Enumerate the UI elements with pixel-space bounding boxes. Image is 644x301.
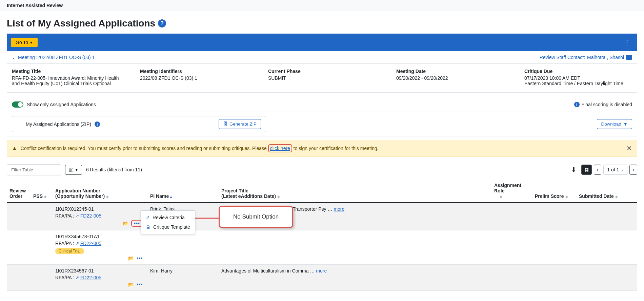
rfa-label: RFA/PA : bbox=[55, 241, 74, 246]
zip-info-icon[interactable]: i bbox=[95, 121, 100, 127]
meta-label: Meeting Date bbox=[396, 69, 504, 74]
col-submitted-date[interactable]: Submitted Date◆ bbox=[576, 179, 637, 203]
opportunity-link[interactable]: FD22-005 bbox=[80, 275, 101, 280]
alert-text: Conflict certification is required. You … bbox=[21, 146, 379, 151]
meta-value: 07/17/2023 10:00 AM EDT bbox=[524, 75, 632, 81]
col-pss[interactable]: PSS◆ bbox=[31, 179, 53, 203]
clinical-trial-badge: Clinical Trial bbox=[55, 248, 84, 254]
zip-label-text: My Assigned Applications (ZIP) bbox=[26, 121, 91, 127]
more-link[interactable]: more bbox=[316, 268, 327, 274]
row-actions-icon[interactable]: ••• bbox=[137, 282, 143, 287]
meeting-collapse-toggle[interactable]: ⌄ Meeting :2022/08 ZFD1 OC-S (03) 1 bbox=[12, 55, 95, 60]
critique-template-label: Critique Template bbox=[153, 224, 190, 230]
review-criteria-item[interactable]: ↗ Review Criteria bbox=[141, 213, 195, 222]
generate-zip-button[interactable]: 🗄 Generate ZIP bbox=[219, 119, 261, 129]
project-title-cell: Advantages of Multiculturalism in Comma … bbox=[219, 265, 491, 291]
page-indicator[interactable]: 1 of 1 ⌄ bbox=[603, 165, 627, 175]
table-row: 1I01RX345678-01A1 RFA/PA : ↗ FD22-005 Cl… bbox=[7, 230, 637, 265]
col-app-number[interactable]: Application Number (Opportunity Number)◆ bbox=[53, 179, 147, 203]
assigned-only-toggle[interactable] bbox=[12, 101, 23, 108]
next-page-button[interactable]: › bbox=[629, 165, 637, 175]
col-assignment-role[interactable]: Assignment Role ◆◆ bbox=[491, 179, 532, 203]
close-icon[interactable]: ✕ bbox=[626, 144, 632, 152]
column-picker-button[interactable]: ▯▯ ▼ bbox=[65, 165, 82, 175]
more-actions-icon[interactable]: ⋮ bbox=[621, 37, 633, 48]
app-title: Internet Assisted Review bbox=[7, 3, 63, 8]
critique-template-item[interactable]: 🗎 Critique Template bbox=[141, 222, 195, 232]
meeting-panel: ⌄ Meeting :2022/08 ZFD1 OC-S (03) 1 Revi… bbox=[7, 51, 637, 93]
opportunity-link[interactable]: FD22-005 bbox=[80, 241, 101, 246]
help-icon[interactable]: ? bbox=[158, 19, 166, 27]
chevron-down-icon: ⌄ bbox=[12, 55, 15, 60]
contact-name: Malhotra , Shashi bbox=[587, 55, 624, 60]
folder-icon[interactable]: 📂 bbox=[128, 282, 134, 287]
go-to-label: Go To bbox=[16, 40, 28, 45]
callout-text: No Submit Option bbox=[233, 213, 279, 220]
meta-value: 09/20/2022 - 09/20/2022 bbox=[396, 75, 504, 81]
meta-label: Current Phase bbox=[268, 69, 376, 74]
download-label: Download bbox=[601, 121, 621, 127]
page-text: 1 of 1 bbox=[607, 167, 619, 172]
folder-icon[interactable]: 📂 bbox=[123, 221, 128, 226]
filter-input[interactable] bbox=[7, 164, 61, 175]
rfa-label: RFA/PA : bbox=[55, 213, 74, 219]
caret-down-icon: ▼ bbox=[75, 168, 78, 172]
table-row: 1I01RX234567-01 RFA/PA : ↗ FD22-005 📂 ••… bbox=[7, 265, 637, 291]
contact-card-icon bbox=[626, 55, 632, 60]
archive-icon: 🗄 bbox=[223, 121, 227, 127]
table-row: 1I01RX012345-01 RFA/PA : ↗ FD22-005 📂 ••… bbox=[7, 203, 637, 230]
scoring-status: Final scoring is disabled bbox=[582, 102, 632, 107]
meta-label: Meeting Identifiers bbox=[140, 69, 248, 74]
application-number: 1I01RX234567-01 bbox=[55, 268, 145, 274]
go-to-button[interactable]: Go To ▼ bbox=[11, 38, 38, 47]
application-number: 1I01RX345678-01A1 bbox=[55, 234, 145, 239]
document-icon: 🗎 bbox=[146, 224, 150, 230]
external-link-icon: ↗ bbox=[146, 215, 150, 220]
download-table-icon[interactable]: ⬇ bbox=[568, 164, 579, 176]
alert-pre: Conflict certification is required. You … bbox=[21, 146, 268, 151]
review-staff-contact[interactable]: Review Staff Contact: Malhotra , Shashi bbox=[540, 55, 632, 60]
external-link-icon: ↗ bbox=[76, 241, 79, 246]
pi-name-cell bbox=[147, 230, 219, 265]
meeting-header-text: Meeting :2022/08 ZFD1 OC-S (03) 1 bbox=[18, 55, 95, 60]
meta-label: Meeting Title bbox=[12, 69, 120, 74]
toggle-label: Show only Assigned Applications bbox=[27, 102, 96, 107]
col-prelim-score[interactable]: Prelim Score◆ bbox=[532, 179, 576, 203]
meeting-meta-col: Meeting Identifiers 2022/08 ZFD1 OC-S (0… bbox=[140, 69, 248, 86]
project-title-cell bbox=[219, 230, 491, 265]
folder-icon[interactable]: 📂 bbox=[128, 256, 134, 261]
columns-icon: ▯▯ bbox=[69, 167, 74, 172]
meta-value: RFA-FD-22-005- Innovation Award: Minorit… bbox=[12, 75, 120, 86]
caret-down-icon: ▼ bbox=[29, 41, 33, 44]
row-actions-icon[interactable]: ••• bbox=[137, 256, 143, 261]
conflict-alert: ▲ Conflict certification is required. Yo… bbox=[7, 140, 637, 157]
page-title: List of My Assigned Applications bbox=[7, 18, 155, 29]
certify-link[interactable]: click here bbox=[268, 144, 292, 152]
col-pi-name[interactable]: PI Name▴ bbox=[147, 179, 219, 203]
col-project-title[interactable]: Project Title (Latest eAdditions Date)◆ bbox=[219, 179, 491, 203]
generate-zip-label: Generate ZIP bbox=[229, 121, 257, 127]
caret-down-icon: ⌄ bbox=[621, 168, 624, 172]
download-button[interactable]: Download ▼ bbox=[597, 119, 632, 129]
grid-view-icon[interactable]: ▦ bbox=[581, 165, 592, 175]
meeting-meta-col: Meeting Title RFA-FD-22-005- Innovation … bbox=[12, 69, 120, 86]
title-ellipsis: … bbox=[327, 206, 332, 212]
meta-label: Critique Due bbox=[524, 69, 632, 74]
col-review-order[interactable]: Review Order bbox=[7, 179, 31, 203]
meta-value: 2022/08 ZFD1 OC-S (03) 1 bbox=[140, 75, 248, 81]
application-number: 1I01RX012345-01 bbox=[55, 206, 145, 212]
opportunity-link[interactable]: FD22-005 bbox=[80, 213, 101, 219]
row-actions-popup: ↗ Review Criteria 🗎 Critique Template bbox=[141, 210, 195, 234]
alert-post: to sign your certification for this meet… bbox=[292, 146, 378, 151]
pi-name-cell: Kim, Harry bbox=[147, 265, 219, 291]
title-ellipsis: … bbox=[310, 268, 315, 274]
meeting-meta-col: Critique Due 07/17/2023 10:00 AM EDT Eas… bbox=[524, 69, 632, 86]
no-submit-callout: No Submit Option bbox=[219, 206, 293, 228]
prev-page-button[interactable]: ‹ bbox=[594, 165, 602, 175]
external-link-icon: ↗ bbox=[76, 275, 79, 280]
more-link[interactable]: more bbox=[334, 206, 344, 212]
rfa-label: RFA/PA : bbox=[55, 275, 74, 280]
contact-label: Review Staff Contact: bbox=[540, 55, 585, 60]
applications-table: Review Order PSS◆ Application Number (Op… bbox=[7, 179, 637, 291]
action-bar: Go To ▼ ⋮ bbox=[7, 34, 637, 51]
